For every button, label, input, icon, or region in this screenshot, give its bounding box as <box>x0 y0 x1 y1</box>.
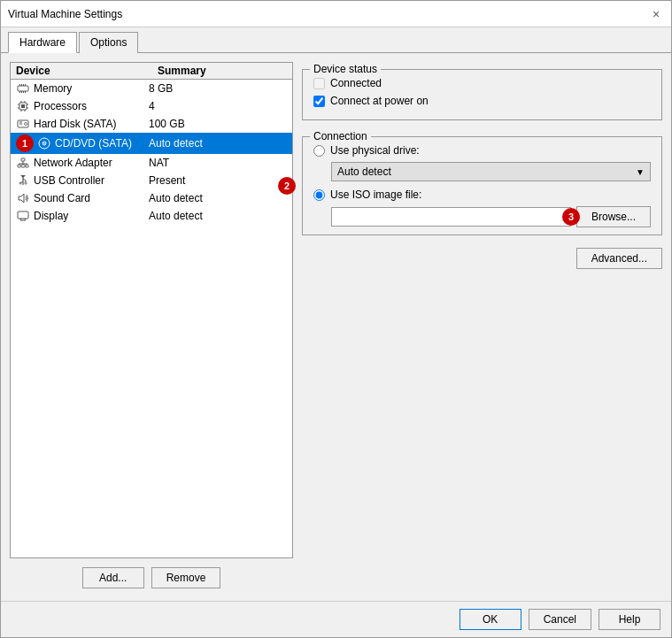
badge-3: 3 <box>562 208 580 226</box>
summary-cell-usb: Present <box>149 174 287 187</box>
summary-cell-network: NAT <box>149 157 287 169</box>
main-content: Device Summary Memory 8 GB <box>1 53 671 601</box>
device-status-label: Device status <box>310 63 381 75</box>
device-cell-processors: Processors <box>16 99 149 113</box>
connected-row: Connected <box>313 77 651 89</box>
svg-point-25 <box>43 142 45 144</box>
browse-button[interactable]: Browse... <box>576 206 651 227</box>
advanced-button[interactable]: Advanced... <box>576 248 662 269</box>
svg-rect-4 <box>25 84 26 86</box>
network-icon <box>16 156 30 170</box>
summary-cell-cd: Auto detect <box>149 137 287 150</box>
svg-rect-8 <box>25 91 26 93</box>
svg-rect-7 <box>23 91 24 93</box>
device-cell-hdd: Hard Disk (SATA) <box>16 117 149 131</box>
use-iso-radio[interactable] <box>313 189 325 201</box>
connect-at-power-on-row: Connect at power on <box>313 95 651 107</box>
use-iso-row: Use ISO image file: <box>313 188 651 201</box>
svg-rect-10 <box>21 104 25 108</box>
col-summary-header: Summary <box>158 65 287 77</box>
table-row[interactable]: Memory 8 GB <box>11 80 292 97</box>
svg-rect-0 <box>18 86 28 91</box>
table-row[interactable]: Display Auto detect <box>11 207 292 225</box>
tab-hardware[interactable]: Hardware <box>8 32 77 53</box>
hdd-icon <box>16 117 30 131</box>
auto-detect-dropdown[interactable]: Auto detect ▼ <box>331 162 651 181</box>
tabs-bar: Hardware Options <box>1 27 671 53</box>
device-table: Device Summary Memory 8 GB <box>10 62 293 558</box>
summary-cell-processors: 4 <box>149 100 287 112</box>
use-iso-label: Use ISO image file: <box>330 188 421 201</box>
svg-rect-39 <box>25 182 27 184</box>
ok-button[interactable]: OK <box>460 609 521 630</box>
window-title: Virtual Machine Settings <box>8 8 122 20</box>
svg-rect-2 <box>21 84 22 86</box>
badge-1: 1 <box>16 135 34 152</box>
svg-rect-43 <box>18 211 28 219</box>
device-cell-network: Network Adapter <box>16 156 149 170</box>
help-button[interactable]: Help <box>599 609 660 630</box>
left-panel: Device Summary Memory 8 GB <box>10 62 293 592</box>
svg-rect-26 <box>21 158 25 161</box>
device-cell-sound: Sound Card <box>16 191 149 205</box>
summary-cell-memory: 8 GB <box>149 82 287 95</box>
cancel-button[interactable]: Cancel <box>529 609 591 630</box>
badge-2: 2 <box>278 177 296 195</box>
connection-group: Connection 2 Use physical drive: Auto de… <box>302 136 662 235</box>
summary-cell-sound: Auto detect <box>149 192 287 204</box>
table-header: Device Summary <box>11 63 292 80</box>
dialog-footer: OK Cancel Help <box>1 601 671 637</box>
remove-button[interactable]: Remove <box>151 567 221 588</box>
use-physical-drive-radio[interactable] <box>313 145 325 157</box>
device-cell-memory: Memory <box>16 81 149 96</box>
table-row-cd-dvd[interactable]: 1 CD/DVD (SATA) Auto detect <box>11 133 292 154</box>
display-icon <box>16 209 30 223</box>
svg-rect-5 <box>19 91 20 93</box>
close-button[interactable]: × <box>648 6 664 22</box>
usb-icon <box>16 173 30 188</box>
device-cell-display: Display <box>16 209 149 223</box>
use-physical-drive-row: Use physical drive: <box>313 144 651 157</box>
svg-rect-27 <box>18 165 20 167</box>
connection-group-label: Connection <box>310 130 371 142</box>
table-row[interactable]: Sound Card Auto detect <box>11 189 292 207</box>
svg-rect-6 <box>21 91 22 93</box>
cpu-icon <box>16 99 30 113</box>
sound-icon <box>16 191 30 205</box>
use-physical-drive-label: Use physical drive: <box>330 144 420 157</box>
col-device-header: Device <box>16 65 158 77</box>
svg-rect-28 <box>21 165 25 167</box>
device-status-group: Device status Connected Connect at power… <box>302 69 662 120</box>
chevron-down-icon: ▼ <box>636 167 645 177</box>
table-row[interactable]: Processors 4 <box>11 97 292 115</box>
title-bar: Virtual Machine Settings × <box>1 1 671 27</box>
svg-rect-3 <box>23 84 24 86</box>
svg-point-20 <box>25 123 27 126</box>
auto-detect-dropdown-row: Auto detect ▼ <box>331 162 651 181</box>
table-row[interactable]: USB Controller Present <box>11 172 292 189</box>
connected-label: Connected <box>330 77 382 89</box>
connected-checkbox[interactable] <box>313 78 325 89</box>
right-panel: Device status Connected Connect at power… <box>302 62 662 592</box>
device-cell-cd: 1 CD/DVD (SATA) <box>16 135 149 152</box>
summary-cell-display: Auto detect <box>149 210 287 222</box>
tab-options[interactable]: Options <box>79 32 138 53</box>
iso-input-row: 3 Browse... <box>331 206 651 227</box>
device-table-buttons: Add... Remove <box>10 564 293 592</box>
iso-path-input[interactable] <box>331 207 571 227</box>
summary-cell-hdd: 100 GB <box>149 118 287 130</box>
virtual-machine-settings-window: Virtual Machine Settings × Hardware Opti… <box>0 0 672 638</box>
device-cell-usb: USB Controller <box>16 173 149 188</box>
table-row[interactable]: Hard Disk (SATA) 100 GB <box>11 115 292 133</box>
advanced-button-row: Advanced... <box>302 248 662 269</box>
connect-at-power-on-label: Connect at power on <box>330 95 429 107</box>
svg-rect-29 <box>26 165 28 167</box>
table-row[interactable]: Network Adapter NAT <box>11 154 292 172</box>
svg-rect-1 <box>19 84 20 86</box>
cd-icon <box>37 136 51 150</box>
connect-at-power-on-checkbox[interactable] <box>313 96 325 107</box>
add-button[interactable]: Add... <box>82 567 144 588</box>
svg-marker-42 <box>19 194 24 203</box>
svg-marker-36 <box>20 175 26 178</box>
memory-icon <box>16 81 30 96</box>
